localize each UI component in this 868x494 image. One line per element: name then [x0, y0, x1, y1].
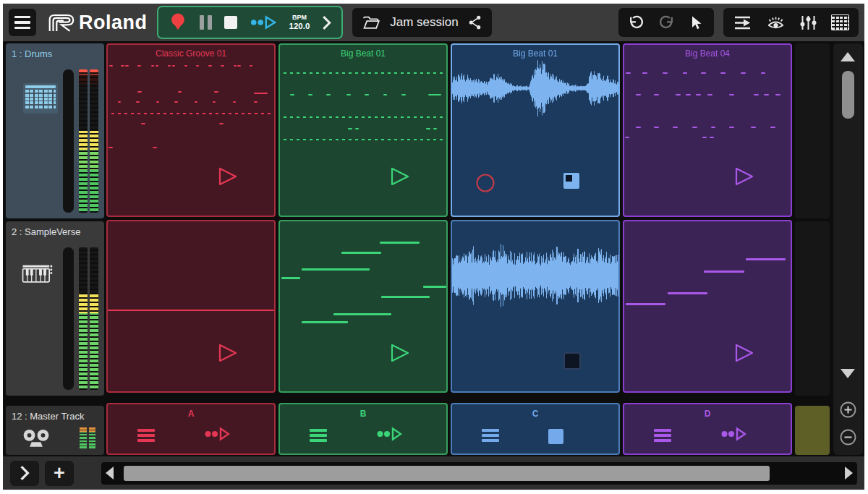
clip-play-icon[interactable]	[388, 342, 410, 367]
brand-text: Roland	[79, 12, 148, 34]
project-bar: Jam session	[352, 8, 491, 37]
bpm-display[interactable]: BPM 120.0	[289, 14, 310, 31]
add-track-button[interactable]: +	[45, 461, 74, 486]
record-arm-icon[interactable]	[475, 173, 495, 196]
scene-label: C	[452, 409, 618, 419]
pointer-tool-button[interactable]	[689, 14, 705, 31]
main-area: 1 : Drums 2 : SampleVerse	[3, 41, 864, 456]
midi-pattern	[624, 45, 791, 216]
transport-expand-button[interactable]	[322, 15, 331, 30]
level-meter	[79, 247, 98, 391]
piano-icon	[22, 263, 54, 284]
midi-note	[151, 65, 155, 67]
undo-button[interactable]	[628, 14, 644, 31]
midi-note	[348, 128, 352, 129]
record-button[interactable]	[169, 12, 187, 33]
midi-note	[219, 123, 224, 124]
midi-note	[254, 101, 258, 103]
scene-label: B	[280, 409, 446, 419]
scene-stop-icon[interactable]	[548, 426, 563, 444]
scene-play-icon[interactable]	[204, 426, 230, 445]
track-header-drums[interactable]: 1 : Drums	[6, 43, 104, 218]
vertical-scrollbar-thumb[interactable]	[842, 71, 854, 119]
midi-note	[761, 72, 766, 74]
clip-slot-row2[interactable]	[451, 220, 620, 393]
clip-slot-row1[interactable]: Big Beat 01	[451, 43, 620, 217]
vertical-scroll-rail	[833, 43, 863, 455]
scene-menu-icon[interactable]	[482, 429, 499, 442]
volume-fader[interactable]	[63, 69, 74, 213]
scene-play-icon[interactable]	[376, 426, 402, 445]
clip-play-icon[interactable]	[733, 166, 754, 190]
midi-note	[426, 128, 430, 129]
clip-slot-row2[interactable]	[278, 220, 448, 393]
scroll-left-button[interactable]	[106, 467, 114, 480]
midi-note	[234, 65, 237, 67]
clip-slot-row1[interactable]: Big Beat 01	[278, 43, 448, 217]
scene-menu-icon[interactable]	[310, 429, 327, 442]
track-sidebar: 1 : Drums 2 : SampleVerse	[6, 43, 104, 455]
scroll-right-button[interactable]	[845, 467, 853, 480]
clip-stop-icon[interactable]	[563, 352, 581, 370]
mixer-button[interactable]	[799, 14, 817, 31]
midi-note	[250, 65, 253, 67]
midi-note	[365, 94, 369, 95]
view-tool-group	[723, 8, 859, 37]
stop-button[interactable]	[224, 16, 237, 29]
volume-fader[interactable]	[63, 247, 74, 391]
master-track-header[interactable]: 12 : Master Track	[6, 406, 104, 455]
scene-cell[interactable]: A	[106, 403, 276, 455]
zoom-in-button[interactable]	[840, 401, 856, 418]
scene-cell-partial[interactable]	[795, 406, 830, 455]
menu-button[interactable]	[9, 9, 36, 36]
visibility-button[interactable]	[766, 14, 786, 31]
scene-menu-icon[interactable]	[654, 429, 671, 442]
midi-note	[401, 94, 406, 95]
top-toolbar: Roland BPM 120.0 Jam	[3, 4, 864, 41]
empty-clip-slot[interactable]	[795, 221, 830, 396]
horizontal-scrollbar-thumb[interactable]	[124, 466, 770, 481]
scene-menu-icon[interactable]	[137, 429, 155, 442]
clip-slot-row2[interactable]	[106, 220, 276, 393]
scene-cell[interactable]: D	[623, 403, 792, 455]
midi-note	[673, 127, 678, 128]
expand-tracks-button[interactable]	[10, 461, 39, 486]
midi-note	[383, 94, 388, 95]
midi-note	[707, 94, 712, 95]
pad-grid-button[interactable]	[831, 14, 849, 30]
project-name[interactable]: Jam session	[390, 15, 458, 30]
scroll-up-button[interactable]	[841, 52, 855, 61]
scroll-down-button[interactable]	[841, 369, 855, 378]
clip-play-icon[interactable]	[216, 342, 238, 367]
clip-column-partial	[795, 43, 830, 455]
midi-note	[654, 127, 659, 128]
midi-note	[326, 94, 331, 95]
clip-grid: Classic Groove 01 A Big Beat 01 B	[106, 43, 830, 455]
midi-note	[676, 94, 681, 95]
midi-note	[380, 242, 420, 244]
empty-clip-slot[interactable]	[795, 43, 830, 218]
clip-slot-row1[interactable]: Classic Groove 01	[106, 43, 276, 217]
play-button[interactable]	[250, 14, 277, 30]
clip-slot-row2[interactable]	[623, 220, 792, 393]
scene-cell[interactable]: C	[451, 403, 620, 455]
scene-play-icon[interactable]	[720, 426, 746, 445]
arrange-view-button[interactable]	[733, 14, 752, 31]
clip-play-icon[interactable]	[388, 166, 410, 190]
clip-play-icon[interactable]	[216, 166, 238, 190]
midi-note-row	[284, 116, 443, 118]
clip-stop-icon[interactable]	[563, 173, 579, 189]
track-header-sampleverse[interactable]: 2 : SampleVerse	[6, 221, 104, 396]
scene-cell[interactable]: B	[278, 403, 448, 455]
midi-note	[237, 65, 241, 67]
zoom-out-button[interactable]	[840, 429, 856, 446]
open-project-button[interactable]	[362, 16, 380, 30]
clip-slot-row1[interactable]: Big Beat 04	[623, 43, 792, 217]
share-button[interactable]	[468, 14, 482, 30]
pause-button[interactable]	[200, 15, 212, 30]
midi-note	[153, 147, 157, 148]
redo-button[interactable]	[658, 14, 675, 31]
horizontal-scroll-track[interactable]	[116, 466, 842, 481]
clip-play-icon[interactable]	[733, 342, 754, 367]
midi-note-row	[284, 139, 443, 140]
